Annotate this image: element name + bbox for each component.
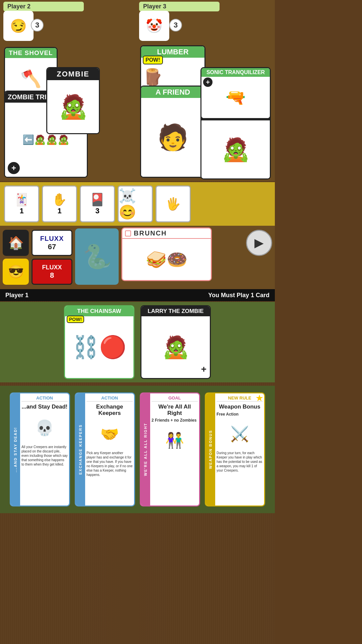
player-hand-area: ...AND STAY DEAD! ACTION ...and Stay Dea… (0, 386, 275, 513)
hand-card-exchange-body: Pick any Keeper another player has and e… (86, 451, 133, 504)
card-larry-plus: + (201, 364, 206, 375)
hand-card-exchange-type: ACTION (86, 395, 133, 401)
hand-card-goal-subtitle: 2 Friends + no Zombies (152, 418, 198, 423)
rule-card-hand-icon: ✋ (52, 193, 67, 207)
fluxx-red-title: FLUXX (42, 264, 62, 271)
rule-card-wave-icon: 🖐️ (166, 197, 181, 211)
lower-game-area: 🏠 FLUXX 67 😎 FLUXX 8 🐍 BRUNCH 🥪🍩 ▶ Playe… (0, 226, 275, 301)
card-brunch-header: BRUNCH (122, 228, 211, 239)
fluxx-red-num: 8 (50, 271, 54, 280)
hand-card-newrule-subtitle: Free Action (217, 412, 263, 417)
card-chainsaw-title: THE CHAINSAW (65, 306, 133, 316)
hand-card-exchange-content: ACTION Exchange Keepers 🤝 Pick any Keepe… (85, 393, 134, 505)
hand-card-goal-side: WE'RE ALL ALL RIGHT (141, 393, 150, 505)
hand-card-newrule-body: During your turn, for each Keeper you ha… (217, 451, 263, 504)
hand-display-area: THE CHAINSAW ⛓️🔴 POW! LARRY THE ZOMBIE 🧟… (0, 302, 275, 382)
fluxx-blue-title: FLUXX (40, 235, 64, 243)
player3-card-count: 3 (169, 19, 182, 32)
card-larry-image: 🧟 (141, 316, 210, 378)
hand-card-newrule-title: Weapon Bonus (217, 404, 263, 410)
card-zombie-small-title: ZOMBIE (47, 68, 99, 80)
fluxx-blue-num: 67 (48, 243, 56, 251)
hand-card-stay-dead[interactable]: ...AND STAY DEAD! ACTION ...and Stay Dea… (10, 392, 70, 506)
card-shovel-title: THE SHOVEL (5, 48, 57, 58)
card-sonic-tranquilizer[interactable]: SONIC TRANQUILIZER 🔫 + (200, 67, 271, 119)
fluxx-red-button[interactable]: FLUXX 8 (32, 259, 72, 285)
card-chainsaw[interactable]: THE CHAINSAW ⛓️🔴 POW! (64, 305, 134, 379)
hand-card-newrule-type: NEW RULE (217, 395, 263, 401)
hand-card-goal-content: GOAL We're All All Right 2 Friends + no … (150, 393, 199, 505)
hand-card-stay-dead-body: All your Creepers are instantly placed o… (21, 445, 68, 504)
hand-card-exchange-side: EXCHANGE KEEPERS (76, 393, 85, 505)
rule-card-play-num: 3 (95, 207, 99, 215)
player3-name-bar: Player 3 (139, 2, 220, 11)
hand-card-goal-illus: 👫 (152, 423, 198, 457)
hand-card-exchange-title: Exchange Keepers (86, 404, 133, 416)
hand-card-stay-dead-content: ACTION ...and Stay Dead! 💀 All your Cree… (20, 393, 69, 505)
rule-card-wave[interactable]: 🖐️ (156, 185, 191, 222)
card-zombie-trio-plus: + (8, 162, 20, 174)
hand-card-stay-dead-type: ACTION (21, 395, 68, 401)
rule-card-play-icon: 🎴 (90, 193, 105, 207)
card-friend[interactable]: A FRIEND 🧑 (140, 86, 205, 178)
hand-card-exchange-keepers[interactable]: EXCHANGE KEEPERS ACTION Exchange Keepers… (75, 392, 135, 506)
card-brunch-checkbox (125, 230, 131, 236)
card-zombie-small[interactable]: ZOMBIE 🧟 (46, 67, 100, 134)
player3-avatar: 🤡 (139, 11, 169, 41)
play-button[interactable]: ▶ (246, 230, 272, 256)
player1-status: You Must Play 1 Card (208, 292, 269, 299)
hand-card-exchange-illus: 🤝 (86, 417, 133, 451)
hand-card-were-all-alright[interactable]: WE'RE ALL ALL RIGHT GOAL We're All All R… (140, 392, 200, 506)
card-zombie-small-image: 🧟 (47, 80, 99, 133)
card-friend-title: A FRIEND (141, 87, 204, 98)
hand-card-stay-dead-side: ...AND STAY DEAD! (11, 393, 20, 505)
player3-name: Player 3 (143, 3, 166, 10)
player2-avatar: 😏 (3, 11, 34, 41)
hand-card-goal-type: GOAL (152, 395, 198, 401)
rule-card-hand-num: 1 (57, 207, 61, 215)
rule-card-draw-num: 1 (19, 207, 23, 215)
player2-name: Player 2 (7, 3, 31, 10)
card-brunch-title: BRUNCH (134, 229, 167, 237)
rule-card-draw[interactable]: 🃏 1 (4, 185, 39, 222)
player2-card-count: 3 (31, 19, 44, 32)
player1-name: Player 1 (5, 292, 28, 299)
rule-card-skull[interactable]: ☠️😊 (118, 185, 153, 222)
card-sonic-title: SONIC TRANQUILIZER (201, 68, 270, 77)
rule-card-hand[interactable]: ✋ 1 (42, 185, 77, 222)
player1-bar: Player 1 You Must Play 1 Card (0, 289, 275, 301)
hand-card-newrule-illus: ⚔️ (217, 417, 263, 451)
rule-card-play[interactable]: 🎴 3 (80, 185, 115, 222)
house-button[interactable]: 🏠 (3, 230, 29, 256)
card-brunch[interactable]: BRUNCH 🥪🍩 (121, 227, 212, 281)
card-lumber-pow: POW! (143, 56, 163, 64)
card-sonic-plus: + (203, 77, 213, 87)
hand-card-weapon-bonus[interactable]: WEAPON BONUS NEW RULE Weapon Bonus Free … (205, 392, 265, 506)
card-friend-image: 🧑 (141, 98, 204, 177)
rule-card-skull-icon: ☠️😊 (119, 187, 152, 220)
hand-card-stay-dead-title: ...and Stay Dead! (21, 404, 68, 410)
card-larry-title: LARRY THE ZOMBIE (141, 306, 210, 316)
discard-deck[interactable]: 🐍 (75, 228, 119, 285)
top-player-area: Player 2 😏 3 Player 3 🤡 3 THE SHOVEL 🪓 Z… (0, 0, 275, 181)
hand-card-newrule-side: WEAPON BONUS (206, 393, 215, 505)
hand-card-stay-dead-illus: 💀 (21, 411, 68, 445)
fluxx-blue-button[interactable]: FLUXX 67 (32, 230, 72, 256)
hand-card-newrule-content: NEW RULE Weapon Bonus Free Action ⚔️ Dur… (215, 393, 264, 505)
card-brunch-image: 🥪🍩 (122, 239, 211, 280)
card-chainsaw-pow: POW! (67, 316, 84, 323)
card-larry-zombie[interactable]: LARRY THE ZOMBIE 🧟 + (140, 305, 211, 379)
rule-card-draw-icon: 🃏 (14, 193, 29, 207)
card-zombie-right-image: 🧟 (201, 120, 270, 178)
hand-card-goal-title: We're All All Right (152, 404, 198, 416)
rule-cards-area: 🃏 1 ✋ 1 🎴 3 ☠️😊 🖐️ (0, 182, 275, 226)
card-chainsaw-image: ⛓️🔴 (65, 316, 133, 378)
face-button[interactable]: 😎 (3, 259, 29, 285)
player2-name-bar: Player 2 (3, 2, 84, 11)
hand-card-goal-body (152, 457, 198, 504)
